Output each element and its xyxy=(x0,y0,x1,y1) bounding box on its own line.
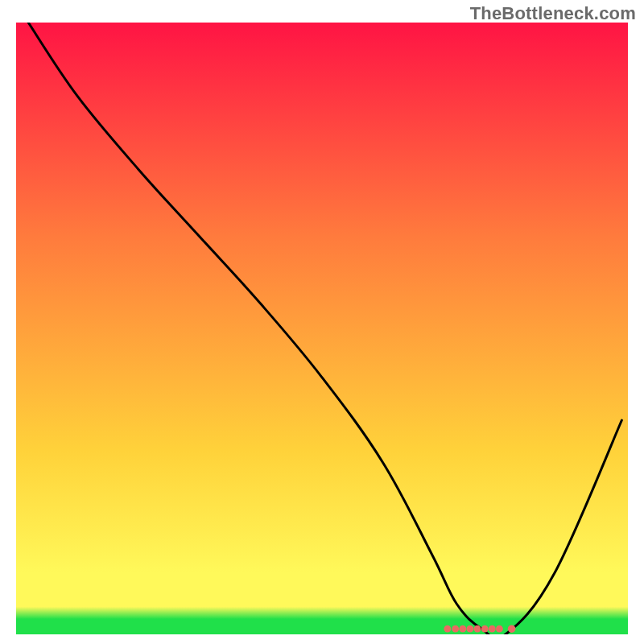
minimum-marker-dot xyxy=(452,625,459,633)
minimum-marker-dot xyxy=(459,625,466,633)
bottleneck-curve-chart xyxy=(16,23,628,634)
minimum-marker-dot xyxy=(508,625,516,633)
gradient-background xyxy=(16,23,628,634)
minimum-marker-dot xyxy=(444,625,451,633)
minimum-marker-dot xyxy=(474,625,481,633)
minimum-marker-dot xyxy=(467,625,474,633)
minimum-marker-dot xyxy=(496,625,503,633)
minimum-marker-dot xyxy=(489,625,496,633)
minimum-marker-dot xyxy=(481,625,489,633)
watermark-label: TheBottleneck.com xyxy=(470,3,636,24)
chart-plot-area xyxy=(16,23,628,634)
chart-stage: TheBottleneck.com xyxy=(0,0,644,644)
